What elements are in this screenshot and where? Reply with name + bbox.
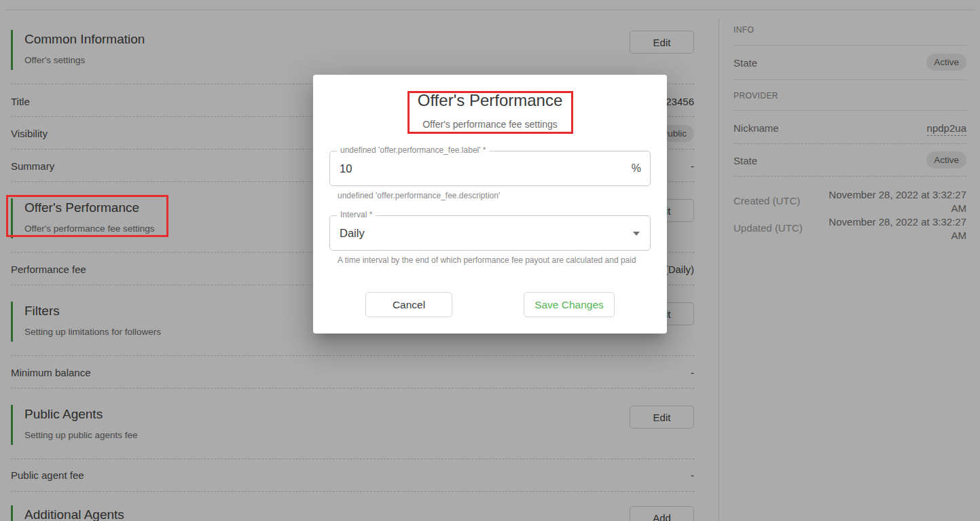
offers-performance-dialog: Offer's Performance Offer's performance … <box>313 75 667 334</box>
page: Common Information Offer's settings Edit… <box>0 0 980 521</box>
interval-helper-text: A time interval by the end of which perf… <box>338 255 636 266</box>
dropdown-arrow-icon <box>633 232 640 236</box>
performance-fee-helper-text: undefined 'offer.performance_fee.descrip… <box>338 191 500 201</box>
percent-suffix: % <box>632 162 641 175</box>
dialog-subtitle: Offer's performance fee settings <box>313 118 667 130</box>
save-changes-button[interactable]: Save Changes <box>524 292 615 317</box>
performance-fee-input[interactable] <box>340 152 611 185</box>
dialog-title: Offer's Performance <box>313 90 667 111</box>
cancel-button[interactable]: Cancel <box>365 292 452 317</box>
interval-select-label: Interval * <box>337 210 376 220</box>
interval-selected-value: Daily <box>340 227 365 240</box>
performance-fee-field[interactable]: undefined 'offer.performance_fee.label' … <box>329 151 651 186</box>
interval-select[interactable]: Interval * Daily <box>329 215 651 251</box>
